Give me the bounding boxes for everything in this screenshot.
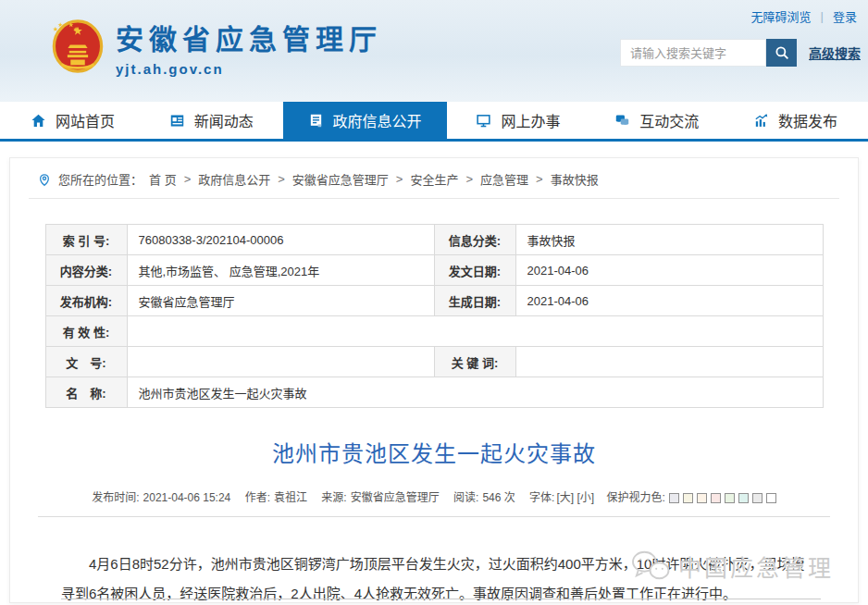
views-count: 546 次 — [482, 491, 515, 504]
table-row: 发布机构: 安徽省应急管理厅 生成日期: 2021-04-06 — [45, 286, 823, 316]
eye-protect-swatch[interactable] — [711, 493, 721, 503]
login-link[interactable]: 登录 — [833, 7, 857, 25]
chat-icon — [614, 113, 630, 129]
eye-protect-swatch[interactable] — [725, 493, 735, 503]
wechat-watermark: 中国应急管理 — [629, 549, 834, 584]
main-nav: 网站首页 新闻动态 政府信息公开 网上办事 互动交流 数据发布 — [0, 102, 868, 142]
search-bar: 高级搜索 — [620, 39, 861, 67]
eye-protect-swatch[interactable] — [683, 493, 693, 503]
eye-protect-swatch[interactable] — [669, 493, 679, 503]
field-value-publisher: 安徽省应急管理厅 — [127, 286, 434, 316]
breadcrumb-item-gov-info[interactable]: 政府信息公开 — [198, 170, 270, 188]
publish-time-label: 发布时间: — [92, 491, 139, 504]
breadcrumb-item-accident-report[interactable]: 事故快报 — [551, 170, 599, 188]
eye-protect-label: 保护视力色: — [606, 491, 664, 504]
news-icon — [169, 113, 185, 129]
source-label: 来源: — [321, 491, 346, 504]
home-icon — [31, 113, 46, 129]
search-input[interactable] — [620, 39, 766, 67]
field-value-doc-number — [127, 347, 434, 377]
field-value-keywords — [515, 347, 823, 377]
field-value-info-category: 事故快报 — [515, 225, 823, 255]
nav-item-label: 数据发布 — [778, 109, 837, 131]
eye-protect-swatch[interactable] — [766, 493, 776, 503]
publish-time: 2021-04-06 15:24 — [143, 491, 231, 504]
nav-item-data-release[interactable]: 数据发布 — [728, 102, 862, 139]
table-row: 内容分类: 其他,市场监管、 应急管理,2021年 发文日期: 2021-04-… — [45, 255, 823, 286]
search-icon — [774, 44, 790, 61]
field-value-create-date: 2021-04-06 — [515, 286, 823, 316]
breadcrumb: 您所在的位置： 首 页 > 政府信息公开 > 安徽省应急管理厅 > 安全生产 >… — [10, 158, 858, 198]
site-logo[interactable]: 安徽省应急管理厅 yjt.ah.gov.cn — [51, 17, 382, 77]
field-value-issue-date: 2021-04-06 — [515, 255, 823, 286]
table-row: 文 号: 关 键 词: — [45, 347, 823, 377]
author: 袁祖江 — [274, 491, 307, 504]
location-pin-icon — [37, 172, 52, 187]
chart-icon — [753, 113, 769, 129]
breadcrumb-divider — [29, 198, 839, 199]
nav-item-interaction[interactable]: 互动交流 — [589, 102, 724, 139]
document-icon — [308, 113, 324, 129]
nav-item-label: 互动交流 — [639, 109, 699, 131]
document-info-table: 索 引 号: 76080338-3/202104-00006 信息分类: 事故快… — [45, 224, 824, 408]
bottom-divider — [61, 599, 821, 599]
source: 安徽省应急管理厅 — [351, 491, 440, 504]
author-label: 作者: — [245, 491, 270, 504]
field-label-keywords: 关 键 词: — [434, 347, 515, 377]
field-value-content-category: 其他,市场监管、 应急管理,2021年 — [127, 255, 434, 286]
breadcrumb-item-emergency[interactable]: 应急管理 — [480, 170, 528, 188]
field-label-index-no: 索 引 号: — [45, 225, 127, 255]
article-meta: 发布时间:2021-04-06 15:24 作者:袁祖江 来源:安徽省应急管理厅… — [10, 488, 858, 504]
field-label-validity: 有 效 性: — [45, 316, 127, 347]
field-value-title: 池州市贵池区发生一起火灾事故 — [127, 377, 823, 408]
breadcrumb-item-home[interactable]: 首 页 — [149, 170, 177, 188]
breadcrumb-separator: > — [278, 172, 285, 186]
site-name: 安徽省应急管理厅 — [116, 17, 382, 57]
article-title: 池州市贵池区发生一起火灾事故 — [10, 436, 858, 468]
eye-protect-swatch[interactable] — [752, 493, 763, 503]
accessibility-link[interactable]: 无障碍浏览 — [751, 7, 812, 25]
nav-item-label: 政府信息公开 — [333, 109, 422, 131]
monitor-icon — [476, 113, 491, 129]
font-size-label: 字体: — [529, 491, 554, 504]
font-smaller-button[interactable]: [小] — [577, 491, 594, 504]
field-label-create-date: 生成日期: — [434, 286, 515, 316]
table-row: 有 效 性: — [45, 316, 823, 347]
site-url: yjt.ah.gov.cn — [116, 61, 382, 77]
table-row: 名 称: 池州市贵池区发生一起火灾事故 — [45, 377, 823, 408]
field-label-issue-date: 发文日期: — [434, 255, 515, 286]
field-label-content-category: 内容分类: — [45, 255, 127, 286]
font-larger-button[interactable]: [大] — [556, 491, 574, 504]
eye-protect-swatch[interactable] — [738, 493, 749, 503]
site-header: 安徽省应急管理厅 yjt.ah.gov.cn 无障碍浏览 | 登录 高级搜索 — [0, 0, 868, 102]
breadcrumb-separator: > — [184, 172, 192, 186]
content-panel: 您所在的位置： 首 页 > 政府信息公开 > 安徽省应急管理厅 > 安全生产 >… — [9, 157, 859, 603]
breadcrumb-item-department[interactable]: 安徽省应急管理厅 — [292, 170, 389, 188]
nav-item-label: 网站首页 — [56, 109, 115, 131]
nav-item-online-services[interactable]: 网上办事 — [451, 102, 585, 139]
nav-item-label: 新闻动态 — [194, 109, 254, 131]
eye-protect-swatch[interactable] — [697, 493, 707, 503]
field-label-title: 名 称: — [45, 377, 127, 408]
table-row: 索 引 号: 76080338-3/202104-00006 信息分类: 事故快… — [45, 225, 823, 255]
field-label-doc-number: 文 号: — [45, 347, 127, 377]
wechat-logo-icon — [629, 549, 672, 584]
advanced-search-link[interactable]: 高级搜索 — [809, 43, 861, 62]
field-label-info-category: 信息分类: — [434, 225, 515, 255]
national-emblem-icon — [51, 19, 105, 76]
nav-item-news[interactable]: 新闻动态 — [144, 102, 279, 139]
views-label: 阅读: — [453, 491, 478, 504]
nav-item-gov-info[interactable]: 政府信息公开 — [283, 102, 447, 139]
meta-divider — [38, 516, 830, 517]
field-label-publisher: 发布机构: — [45, 286, 127, 316]
link-separator: | — [821, 9, 824, 23]
breadcrumb-item-safety[interactable]: 安全生产 — [410, 170, 458, 188]
search-button[interactable] — [766, 39, 797, 67]
breadcrumb-separator: > — [396, 172, 403, 186]
nav-item-home[interactable]: 网站首页 — [6, 102, 140, 139]
breadcrumb-separator: > — [536, 172, 543, 186]
breadcrumb-separator: > — [465, 172, 473, 186]
field-value-validity — [127, 316, 823, 347]
watermark-text: 中国应急管理 — [678, 549, 834, 583]
field-value-index-no: 76080338-3/202104-00006 — [127, 225, 434, 255]
